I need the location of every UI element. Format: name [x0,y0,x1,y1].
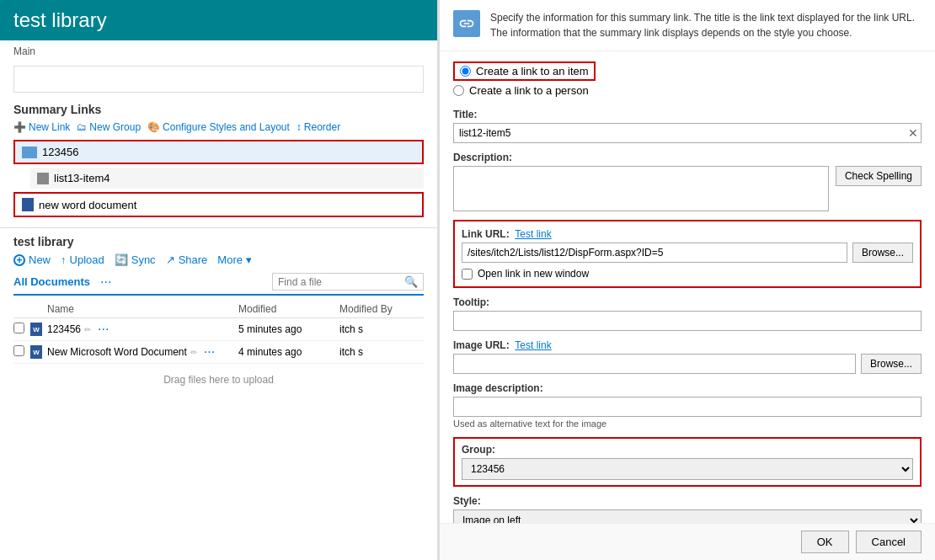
row-type-icon: W [30,323,47,336]
radio-link-input[interactable] [460,66,471,77]
image-url-input[interactable] [453,354,856,374]
style-form-group: Style: Image on left [453,495,922,523]
radio-link-highlighted: Create a link to an item [453,61,596,81]
ok-button[interactable]: OK [801,531,849,553]
file-name: New Microsoft Word Document [47,346,187,358]
title-input[interactable] [453,123,922,143]
description-form-group: Description: Check Spelling [453,152,922,211]
sync-btn[interactable]: 🔄 Sync [115,253,156,266]
configure-icon: 🎨 [147,121,160,133]
tooltip-input[interactable] [453,311,922,331]
group-box: Group: 123456 [453,437,922,487]
description-textarea[interactable] [453,166,829,211]
main-placeholder-bar [13,66,424,93]
summary-links-toolbar: ➕ New Link 🗂 New Group 🎨 Configure Style… [13,121,424,133]
image-alt-hint: Used as alternative text for the image [453,419,922,429]
style-select[interactable]: Image on left [453,509,922,523]
upload-icon: ↑ [61,253,67,266]
table-row: W 123456 ✏ ··· 5 minutes ago itch s [13,318,424,341]
check-spelling-btn[interactable]: Check Spelling [836,166,922,186]
title-label: Title: [453,109,922,120]
col-check-header [13,303,30,315]
dialog-header-icon [453,10,480,37]
tooltip-label: Tooltip: [453,296,922,308]
main-label: Main [0,40,437,62]
configure-styles-btn[interactable]: 🎨 Configure Styles and Layout [147,121,290,133]
plus-icon: ➕ [13,121,26,133]
group-icon: 🗂 [77,121,87,133]
summary-links-section: Summary Links ➕ New Link 🗂 New Group 🎨 C… [0,96,437,227]
col-type-header [30,303,47,315]
row-more-btn[interactable]: ··· [200,344,218,360]
new-document-btn[interactable]: + New [13,253,51,266]
browse-image-btn[interactable]: Browse... [861,354,922,374]
share-icon: ↗ [166,253,175,266]
page-title-text: test library [13,8,107,32]
image-url-test-link[interactable]: Test link [515,339,551,351]
row-more-btn[interactable]: ··· [94,322,112,337]
radio-link-item[interactable]: Create a link to an item [453,61,922,81]
upload-btn[interactable]: ↑ Upload [61,253,104,266]
summary-link-item-newword[interactable]: new word document [13,192,424,217]
link-url-box: Link URL: Test link Browse... Open link … [453,220,922,288]
tab-all-documents[interactable]: All Documents [13,275,90,288]
image-url-row: Browse... [453,354,922,374]
link-url-input[interactable] [462,243,847,263]
link-url-form-group: Link URL: Test link Browse... [462,228,913,263]
row-checkbox[interactable] [13,345,30,359]
radio-person-input[interactable] [453,85,464,96]
reorder-icon: ↕ [297,121,302,133]
new-link-btn[interactable]: ➕ New Link [13,121,70,133]
row-modified-by: itch s [339,346,424,358]
sync-icon: 🔄 [115,253,128,266]
row-name-cell[interactable]: 123456 ✏ ··· [47,322,238,337]
row-checkbox[interactable] [13,323,30,336]
col-modified-header: Modified [238,303,339,315]
share-btn[interactable]: ↗ Share [166,253,208,266]
description-row: Check Spelling [453,166,922,211]
cancel-button[interactable]: Cancel [856,531,922,553]
title-form-group: Title: ✕ [453,109,922,143]
tab-more-dots[interactable]: ··· [97,275,115,290]
summary-link-label: list13-item4 [54,172,110,184]
link-url-test-link[interactable]: Test link [515,228,551,240]
chevron-down-icon: ▾ [246,253,252,266]
table-header: Name Modified Modified By [13,301,424,318]
dialog-body: Create a link to an item Create a link t… [440,51,935,523]
summary-link-item-list13item4[interactable]: list13-item4 [30,168,424,189]
summary-links-title: Summary Links [13,103,424,116]
reorder-btn[interactable]: ↕ Reorder [297,121,340,133]
more-btn[interactable]: More ▾ [217,253,252,266]
title-clear-btn[interactable]: ✕ [908,127,918,139]
style-label: Style: [453,495,922,507]
open-new-window-checkbox[interactable] [462,269,473,280]
radio-person-label: Create a link to a person [469,84,589,97]
image-url-form-group: Image URL: Test link Browse... [453,339,922,374]
dialog-footer: OK Cancel [440,523,935,560]
link-icon [458,15,475,32]
edit-icon: ✏ [84,325,91,334]
edit-icon: ✏ [190,348,197,357]
file-search-input[interactable] [278,276,404,288]
col-name-header: Name [47,303,238,315]
new-group-btn[interactable]: 🗂 New Group [77,121,141,133]
drag-drop-hint: Drag files here to upload [13,364,424,396]
tooltip-form-group: Tooltip: [453,296,922,331]
image-desc-input[interactable] [453,397,922,417]
row-modified-by: itch s [339,323,424,335]
library-table: Name Modified Modified By W 123456 ✏ ···… [13,301,424,364]
summary-link-item-123456[interactable]: 123456 [13,140,424,164]
radio-person-item[interactable]: Create a link to a person [453,84,922,97]
browse-link-btn[interactable]: Browse... [852,243,913,263]
word-file-icon: W [30,345,42,359]
col-modifiedby-header: Modified By [339,303,424,315]
word-file-icon: W [30,323,42,336]
file-name: 123456 [47,323,81,335]
row-modified: 5 minutes ago [238,323,339,335]
table-row: W New Microsoft Word Document ✏ ··· 4 mi… [13,341,424,364]
link-group-icon [22,147,37,158]
library-tabs: All Documents ··· 🔍 [13,273,424,296]
group-select[interactable]: 123456 [462,458,913,480]
title-input-wrap: ✕ [453,123,922,143]
row-name-cell[interactable]: New Microsoft Word Document ✏ ··· [47,344,238,360]
